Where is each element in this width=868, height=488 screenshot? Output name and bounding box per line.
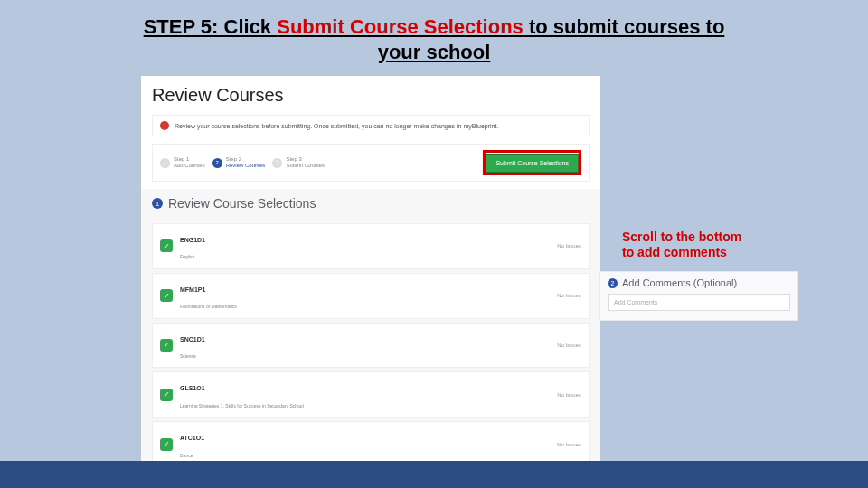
course-code: SNC1D1 [180, 336, 205, 343]
step-2-icon: 2 [212, 158, 222, 168]
check-icon: ✓ [160, 389, 173, 401]
course-row: ✓ GLS1O1 Learning Strategies 1: Skills f… [152, 371, 590, 418]
course-code: ENG1D1 [180, 237, 205, 243]
course-row: ✓ MFM1P1 Foundations of Mathematics No I… [152, 273, 590, 319]
page-title: Review Courses [152, 85, 590, 106]
comments-panel: 2 Add Comments (Optional) Add Comments [599, 271, 798, 321]
course-code: MFM1P1 [180, 286, 205, 293]
warning-icon [160, 121, 169, 130]
course-code: GLS1O1 [180, 385, 205, 391]
comments-title: Add Comments (Optional) [622, 277, 737, 288]
check-icon: ✓ [160, 239, 173, 252]
course-name: Science [180, 353, 196, 359]
annotation-line-2: to add comments [622, 245, 727, 259]
steps-bar: Step 1 Add Courses 2 Step 2 Review Cours… [152, 144, 590, 182]
course-name: English [180, 254, 194, 259]
course-name: Learning Strategies 1: Skills for Succes… [180, 403, 304, 408]
slide-title: STEP 5: Click Submit Course Selections t… [0, 0, 868, 64]
course-row: ✓ ENG1D1 English No Issues [152, 223, 590, 269]
course-row: ✓ SNC1D1 Science No Issues [152, 323, 590, 369]
course-name: Foundations of Mathematics [180, 304, 237, 309]
check-icon: ✓ [160, 339, 173, 352]
course-status: No Issues [557, 293, 581, 298]
slide-title-pre: STEP 5: Click [144, 15, 278, 38]
step-2-num: Step 2 [226, 156, 266, 163]
slide-title-emphasis: Submit Course Selections [277, 15, 524, 38]
step-2-label: Review Courses [226, 163, 266, 169]
app-header: Review Courses [141, 76, 600, 111]
section-number-badge: 1 [152, 198, 163, 209]
course-name: Dance [180, 453, 193, 458]
slide-footer-bar [0, 461, 868, 488]
submit-course-selections-button[interactable]: Submit Course Selections [486, 154, 579, 173]
course-status: No Issues [557, 442, 581, 447]
check-icon: ✓ [160, 289, 173, 302]
step-1-icon [160, 158, 170, 168]
step-2: 2 Step 2 Review Courses [212, 156, 266, 168]
course-list: ✓ ENG1D1 English No Issues ✓ MFM1P1 Foun… [141, 218, 600, 488]
annotation-line-1: Scroll to the bottom [622, 230, 741, 244]
check-icon: ✓ [160, 438, 173, 451]
step-3: 3 Step 3 Submit Courses [272, 156, 325, 168]
course-status: No Issues [557, 243, 581, 249]
comments-input[interactable]: Add Comments [608, 294, 790, 311]
step-1: Step 1 Add Courses [160, 156, 205, 168]
section-title: Review Course Selections [168, 196, 316, 211]
step-3-num: Step 3 [286, 156, 325, 163]
course-status: No Issues [557, 392, 581, 398]
step-1-label: Add Courses [174, 163, 205, 169]
comments-header: 2 Add Comments (Optional) [608, 277, 790, 288]
course-code: ATC1O1 [180, 435, 204, 441]
comments-placeholder-text: Add Comments [614, 299, 657, 305]
warning-bar: Review your course selections before sub… [152, 115, 590, 136]
section-header: 1 Review Course Selections [141, 189, 600, 218]
submit-highlight-box: Submit Course Selections [483, 150, 581, 175]
warning-text: Review your course selections before sub… [175, 123, 498, 129]
app-screenshot: Review Courses Review your course select… [141, 76, 600, 488]
step-3-icon: 3 [272, 158, 282, 168]
course-status: No Issues [557, 343, 581, 348]
annotation-scroll-hint: Scroll to the bottom to add comments [622, 230, 767, 260]
comments-number-badge: 2 [608, 278, 618, 288]
step-3-label: Submit Courses [286, 163, 325, 169]
step-1-num: Step 1 [174, 156, 205, 163]
